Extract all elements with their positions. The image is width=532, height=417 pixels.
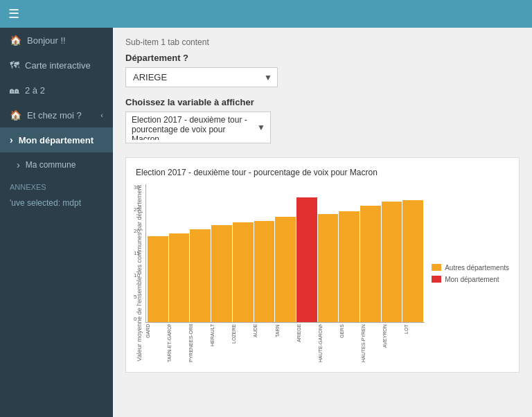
building-icon: 🏘: [10, 85, 19, 96]
bar-x-label: AVEYRON: [382, 324, 403, 362]
sidebar-item-carte-label: Carte interactive: [25, 60, 91, 71]
bar-x-label: ARIEGE: [296, 324, 317, 362]
bar: [318, 214, 339, 322]
departement-select[interactable]: ARIEGE AUDE GARD GERS HERAULT HAUTE-GARO…: [125, 67, 278, 87]
bar: [339, 211, 360, 322]
sidebar-item-mondep[interactable]: › Mon département: [0, 127, 113, 152]
subitem-label: Sub-item 1 tab content: [125, 37, 520, 47]
sidebar-selected-info: 'uve selected: mdpt: [0, 194, 113, 212]
arrow-right-icon: ›: [10, 134, 13, 145]
map-icon: 🗺: [10, 60, 19, 71]
sidebar-item-2a2-label: 2 à 2: [25, 85, 45, 96]
bar: [402, 200, 423, 322]
legend-color-box: [432, 276, 441, 283]
sidebar-item-bonjour-label: Bonjour !!: [27, 35, 66, 46]
home2-icon: 🏠: [10, 109, 21, 121]
bar: [211, 225, 232, 322]
topbar: ☰: [0, 0, 532, 28]
content-area: Sub-item 1 tab content Département ? ARI…: [113, 28, 532, 417]
sidebar-item-2a2[interactable]: 🏘 2 à 2: [0, 78, 113, 103]
departement-question: Département ?: [125, 53, 520, 63]
legend-label: Mon département: [445, 276, 499, 283]
sidebar: 🏠 Bonjour !! 🗺 Carte interactive 🏘 2 à 2…: [0, 28, 113, 417]
chart-container: Election 2017 - deuxième tour - pourcent…: [125, 157, 520, 373]
bar-x-label: TARN-ET-GARONNE: [167, 324, 188, 362]
chevron-left-icon: ‹: [100, 111, 103, 119]
variable-select-wrapper: Election 2017 - deuxième tour - pourcent…: [125, 112, 271, 143]
bar: [169, 233, 190, 322]
variable-select[interactable]: Election 2017 - deuxième tour - pourcent…: [125, 112, 271, 143]
bar-x-label: AUDE: [253, 324, 274, 362]
chart-legend: Autres départementsMon département: [432, 264, 509, 283]
bar-x-label: PYRENEES-ORIENTALES: [188, 324, 209, 362]
bar-x-label: LOZERE: [231, 324, 252, 362]
bar-x-label: HERAULT: [210, 324, 231, 362]
chart-bars-area: 0 5 10 15 20 25 30: [145, 184, 425, 323]
sidebar-item-macommune[interactable]: › Ma commune: [0, 152, 113, 177]
bar: [296, 197, 317, 322]
bar-x-label: GERS: [339, 324, 360, 362]
bar: [360, 206, 381, 322]
sidebar-item-mondep-label: Mon département: [19, 135, 94, 145]
legend-item: Autres départements: [432, 264, 509, 272]
main-layout: 🏠 Bonjour !! 🗺 Carte interactive 🏘 2 à 2…: [0, 28, 532, 417]
bar: [382, 202, 402, 322]
bar: [254, 221, 275, 322]
home-icon: 🏠: [10, 35, 21, 46]
sidebar-item-etchezmoi-label: Et chez moi ?: [27, 110, 82, 121]
bar-x-label: HAUTES-PYRENEES: [361, 324, 382, 362]
sidebar-item-bonjour[interactable]: 🏠 Bonjour !!: [0, 28, 113, 53]
sidebar-item-etchezmoi[interactable]: 🏠 Et chez moi ? ‹: [0, 103, 113, 127]
bars-container: [148, 184, 423, 322]
legend-color-box: [432, 264, 441, 271]
bar: [148, 236, 168, 322]
sidebar-item-macommune-label: Ma commune: [26, 160, 76, 170]
y-ticks: 0 5 10 15 20 25 30: [134, 184, 140, 322]
sidebar-section-annexes: Annexes: [0, 177, 113, 194]
bar: [275, 217, 296, 322]
hamburger-icon[interactable]: ☰: [8, 6, 19, 21]
bar: [233, 222, 254, 322]
bar-x-label: LOT: [404, 324, 425, 362]
x-labels-container: GARDTARN-ET-GARONNEPYRENEES-ORIENTALESHE…: [145, 324, 425, 362]
legend-item: Mon département: [432, 276, 509, 283]
departement-select-wrapper: ARIEGE AUDE GARD GERS HERAULT HAUTE-GARO…: [125, 67, 278, 87]
bar: [190, 229, 211, 322]
bar-x-label: TARN: [275, 324, 296, 362]
bar-x-label: HAUTE-GARONNE: [318, 324, 339, 362]
arrow-right2-icon: ›: [17, 159, 20, 170]
variable-label: Choissez la variable à afficher: [125, 97, 520, 107]
legend-label: Autres départements: [445, 264, 509, 272]
bar-x-label: GARD: [145, 324, 166, 362]
chart-title: Election 2017 - deuxième tour - pourcent…: [136, 168, 509, 177]
sidebar-item-carte[interactable]: 🗺 Carte interactive: [0, 53, 113, 78]
